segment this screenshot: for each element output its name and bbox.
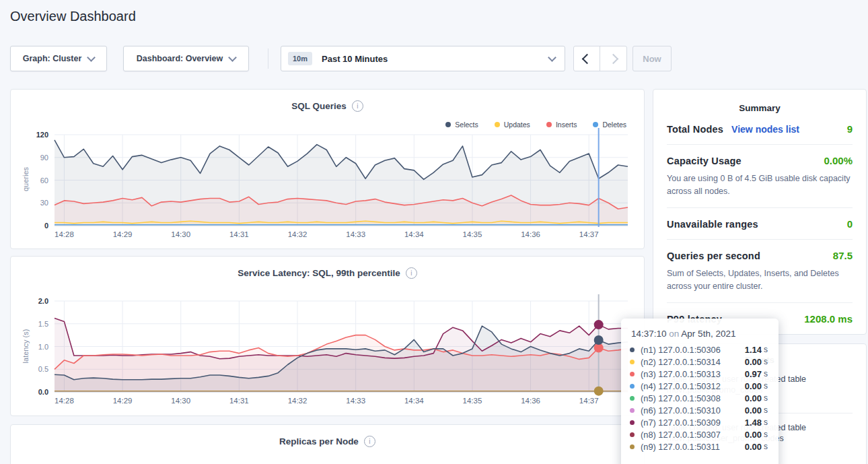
tooltip-node-row: (n1) 127.0.0.1:503061.14s — [630, 343, 768, 356]
node-address: (n6) 127.0.0.1:50310 — [641, 405, 721, 416]
time-back-button[interactable] — [574, 46, 600, 71]
tooltip-node-row: (n8) 127.0.0.1:503070.00s — [630, 428, 768, 440]
node-address: (n8) 127.0.0.1:50307 — [641, 430, 721, 440]
tooltip-node-row: (n5) 127.0.0.1:503080.00s — [630, 392, 768, 404]
svg-text:14:33: 14:33 — [346, 397, 365, 405]
tooltip-header: 14:37:10 on Apr 5th, 2021 — [631, 329, 768, 339]
latency-unit: s — [764, 393, 768, 403]
node-address: (n3) 127.0.0.1:50313 — [641, 369, 721, 379]
node-latency-value: 0.00 — [745, 381, 762, 391]
summary-row-total-nodes: Total Nodes View nodes list 9 — [667, 113, 853, 145]
latency-unit: s — [764, 418, 768, 427]
svg-text:120: 120 — [36, 131, 48, 139]
tooltip-node-row: (n4) 127.0.0.1:503120.00s — [630, 380, 768, 392]
replicas-per-node-panel: Replicas per Node i — [10, 424, 645, 464]
time-forward-button[interactable] — [600, 46, 626, 71]
summary-body: Total Nodes View nodes list 9 Capacity U… — [667, 113, 853, 334]
graph-dropdown-label: Graph: Cluster — [23, 54, 82, 63]
svg-text:0.5: 0.5 — [38, 365, 48, 373]
node-address: (n1) 127.0.0.1:50306 — [641, 345, 721, 355]
node-address: (n5) 127.0.0.1:50308 — [641, 393, 721, 403]
info-icon[interactable]: i — [364, 436, 375, 447]
svg-text:14:32: 14:32 — [288, 397, 308, 405]
svg-text:14:34: 14:34 — [404, 230, 424, 238]
tooltip-time: 14:37:10 — [631, 329, 667, 339]
dashboard-dropdown-label: Dashboard: Overview — [137, 54, 223, 63]
tooltip-on: on — [669, 329, 681, 339]
replicas-title-row: Replicas per Node i — [11, 436, 644, 447]
svg-text:14:28: 14:28 — [55, 230, 74, 238]
svg-text:14:29: 14:29 — [113, 397, 133, 405]
node-color-dot — [630, 347, 635, 352]
node-color-dot — [630, 432, 635, 437]
chevron-left-icon — [581, 53, 592, 64]
total-nodes-label: Total Nodes — [667, 124, 723, 135]
node-color-dot — [630, 396, 635, 401]
node-latency-value: 0.00 — [745, 405, 762, 416]
qps-value: 87.5 — [833, 250, 853, 261]
chevron-right-icon — [608, 53, 619, 64]
graph-dropdown[interactable]: Graph: Cluster — [10, 46, 107, 71]
summary-row-capacity: Capacity Usage 0.00% You are using 0 B o… — [667, 145, 853, 208]
chart-title: Replicas per Node — [279, 436, 359, 446]
chart-hover-tooltip: 14:37:10 on Apr 5th, 2021 (n1) 127.0.0.1… — [621, 319, 779, 464]
time-range-selector[interactable]: 10m Past 10 Minutes — [281, 46, 565, 71]
svg-text:0: 0 — [44, 222, 48, 230]
svg-text:14:31: 14:31 — [229, 397, 249, 405]
node-latency-value: 0.00 — [745, 357, 762, 367]
capacity-desc: You are using 0 B of 4.5 GiB usable disk… — [667, 172, 853, 198]
node-address: (n2) 127.0.0.1:50314 — [641, 357, 721, 367]
latency-unit: s — [764, 345, 768, 354]
summary-row-unavailable: Unavailable ranges 0 — [667, 208, 853, 240]
svg-text:14:28: 14:28 — [55, 397, 74, 405]
node-latency-value: 1.48 — [745, 418, 762, 428]
capacity-label: Capacity Usage — [667, 156, 742, 166]
service-latency-panel: Service Latency: SQL, 99th percentile i … — [10, 256, 645, 416]
latency-unit: s — [764, 357, 768, 366]
node-color-dot — [630, 372, 635, 376]
summary-title: Summary — [653, 90, 866, 113]
page-title: Overview Dashboard — [10, 9, 136, 24]
now-button[interactable]: Now — [632, 46, 672, 71]
toolbar-divider — [268, 48, 268, 69]
latency-unit: s — [764, 405, 768, 415]
latency-unit: s — [764, 381, 768, 391]
node-latency-value: 0.97 — [745, 369, 762, 379]
node-address: (n7) 127.0.0.1:50309 — [641, 418, 721, 428]
time-nav-arrows — [573, 46, 627, 71]
overview-dashboard-page: Overview Dashboard Graph: Cluster Dashbo… — [0, 0, 868, 464]
node-address: (n9) 127.0.0.1:50311 — [641, 442, 720, 452]
node-color-dot — [630, 384, 635, 389]
tooltip-node-row: (n6) 127.0.0.1:503100.00s — [630, 404, 768, 416]
latency-unit: s — [764, 369, 768, 378]
tooltip-rows: (n1) 127.0.0.1:503061.14s(n2) 127.0.0.1:… — [630, 343, 768, 453]
sql-queries-chart[interactable]: 14:2814:2914:3014:3114:3214:3314:3414:35… — [11, 90, 644, 248]
svg-text:14:35: 14:35 — [463, 397, 482, 405]
svg-text:2.0: 2.0 — [38, 297, 48, 305]
svg-text:14:32: 14:32 — [288, 230, 308, 238]
capacity-value: 0.00% — [824, 155, 853, 166]
service-latency-chart[interactable]: 14:2814:2914:3014:3114:3214:3314:3414:35… — [11, 257, 644, 416]
qps-desc: Sum of Selects, Updates, Inserts, and De… — [667, 267, 853, 293]
p99-value: 1208.0 ms — [804, 313, 853, 325]
unavailable-label: Unavailable ranges — [667, 219, 758, 230]
node-color-dot — [630, 408, 635, 413]
svg-text:30: 30 — [40, 199, 48, 207]
latency-unit: s — [764, 430, 768, 439]
node-latency-value: 0.00 — [745, 393, 762, 403]
time-range-badge: 10m — [288, 52, 312, 65]
svg-text:14:30: 14:30 — [171, 397, 190, 405]
view-nodes-list-link[interactable]: View nodes list — [731, 124, 799, 135]
summary-panel: Summary Total Nodes View nodes list 9 Ca… — [653, 89, 867, 335]
chevron-down-icon — [228, 53, 237, 62]
qps-label: Queries per second — [667, 251, 760, 261]
svg-text:14:36: 14:36 — [521, 230, 540, 238]
tooltip-node-row: (n7) 127.0.0.1:503091.48s — [630, 416, 768, 428]
svg-text:60: 60 — [40, 176, 48, 185]
svg-text:14:37: 14:37 — [579, 397, 599, 405]
node-latency-value: 1.14 — [745, 345, 762, 355]
svg-text:14:34: 14:34 — [404, 397, 424, 405]
tooltip-node-row: (n9) 127.0.0.1:503110.00s — [630, 440, 768, 453]
svg-text:14:37: 14:37 — [579, 230, 599, 238]
dashboard-dropdown[interactable]: Dashboard: Overview — [123, 46, 249, 71]
